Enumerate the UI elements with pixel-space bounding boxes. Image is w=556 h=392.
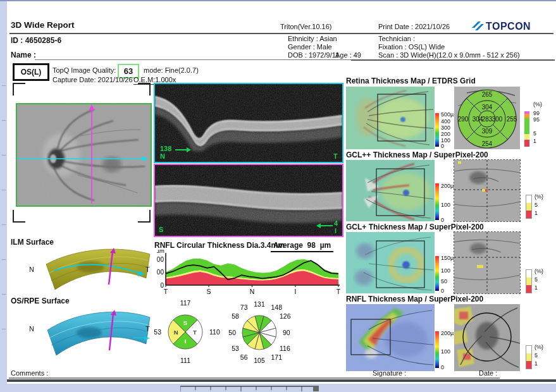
rnfl-legend-5: 5 <box>534 352 538 358</box>
topcon-logo-icon <box>469 20 486 32</box>
frame-corner <box>13 210 25 223</box>
osrpe-surface-title: OS/RPE Surface <box>11 297 70 305</box>
etdrs-outer-bottom: 254 <box>482 140 493 147</box>
fundus-image[interactable] <box>16 103 152 207</box>
bscan1-arrow-icon <box>175 147 192 153</box>
gclpp-percent-bar <box>526 195 532 219</box>
etdrs-inner-right: 300 <box>492 116 503 123</box>
bscan1-temporal-label: T <box>333 152 338 160</box>
scan-mode: mode: Fine(2.0.7) <box>144 66 199 74</box>
rnfl-thickness-map[interactable] <box>346 304 435 371</box>
bscan1-position-value: 138 <box>160 145 171 152</box>
average-value: 98 <box>307 241 316 250</box>
zoom-ruler[interactable] <box>180 386 323 392</box>
etdrs-grid-panel[interactable]: 265 304 290 304 283 300 255 309 254 <box>454 87 520 149</box>
osrpe-surface-3d[interactable] <box>39 305 156 363</box>
pie-value-label: 73 <box>240 303 248 311</box>
retina-thickness-map[interactable] <box>346 87 435 149</box>
patient-dob: DOB : 1972/9/11 <box>288 51 339 59</box>
bscan1-nasal-label: N <box>160 152 165 160</box>
etdrs-outer-left: 290 <box>458 116 469 123</box>
patient-ethnicity: Ethnicity : Asian <box>288 35 337 42</box>
pie-value-label: 148 <box>271 303 283 311</box>
pie-value-label: 50 <box>228 329 236 336</box>
rnfl-superpixel-map[interactable] <box>454 304 520 371</box>
etdrs-legend-unit: (%) <box>533 101 542 107</box>
ruler-tick <box>2 259 6 260</box>
bscan2-arrow-icon <box>316 223 333 229</box>
rnfl-chart-title: RNFL Circular Thickness Dia.3.4mm <box>154 241 285 250</box>
eye-badge: OS(L) <box>13 63 49 81</box>
pie-value-label: 58 <box>232 312 239 320</box>
gclp-percent-bar <box>526 269 532 293</box>
pie-quadrant-letter: I <box>185 338 187 345</box>
name-underline <box>35 59 351 60</box>
gclp-scale-bar <box>435 256 439 291</box>
report-page: 3D Wide Report Triton(Ver.10.16) Print D… <box>7 1 556 384</box>
ruler-tick <box>2 329 6 329</box>
patient-age: Age : 49 <box>335 51 361 59</box>
etdrs-percent-bar <box>524 111 529 147</box>
page-title: 3D Wide Report <box>11 20 74 30</box>
retina-scale-400: 400 <box>441 118 450 125</box>
etdrs-inner-top: 304 <box>482 104 493 111</box>
rnfl-section-title: RNFL Thickness Map / SuperPixel-200 <box>346 295 483 303</box>
gclpp-superpixel-map[interactable] <box>454 160 520 221</box>
etdrs-outer-top: 265 <box>482 91 493 98</box>
ruler-tick <box>2 120 6 121</box>
rnfl-pie-charts: 117S110T111I53N1311481269011617110556535… <box>152 296 342 372</box>
ruler-tick <box>2 85 6 86</box>
pie-value-label: 171 <box>271 353 283 361</box>
page-bottom-rule <box>7 379 556 382</box>
gclp-scale-100: 100 <box>441 267 450 274</box>
etdrs-legend-1: 1 <box>533 138 536 144</box>
osrpe-temporal-label: T <box>145 325 150 333</box>
gclpp-legend-1: 1 <box>534 210 538 216</box>
retina-section-title: Retina Thickness Map / ETDRS Grid <box>346 77 476 85</box>
gclp-legend-unit: (%) <box>534 268 543 274</box>
gclp-thickness-map[interactable] <box>346 232 435 293</box>
ruler-handle[interactable] <box>313 386 319 391</box>
ilm-nasal-label: N <box>29 266 34 273</box>
rnfl-legend-1: 1 <box>534 360 538 367</box>
x-tick-label: T <box>164 288 168 295</box>
bscan-vertical[interactable]: S 4 I <box>154 164 343 237</box>
bscan-horizontal[interactable]: 138 N T <box>154 83 343 163</box>
gclp-section-title: GCL+ Thickness Map / SuperPixel-200 <box>346 223 484 231</box>
y-tick-label: 200 <box>157 256 164 263</box>
patient-gender: Gender : Male <box>288 43 332 51</box>
topcon-logo: TOPCON <box>469 20 531 33</box>
frame-corner <box>138 83 151 95</box>
pie-value-label: 116 <box>280 345 290 352</box>
gclpp-scale-100: 100 <box>441 202 450 208</box>
gclp-superpixel-map[interactable] <box>454 232 520 293</box>
rnfl-scale-0: 0 <box>441 364 444 371</box>
patient-id: ID : 4650285-6 <box>11 36 61 45</box>
osrpe-nasal-label: N <box>29 325 34 333</box>
gclp-scale-50: 50 <box>441 278 447 285</box>
retina-scale-0: 0 <box>441 143 444 149</box>
ruler-tick <box>2 155 6 156</box>
retina-scale-200: 200 <box>441 131 450 137</box>
etdrs-center: 283 <box>482 116 493 123</box>
gclp-legend-1: 1 <box>534 285 538 291</box>
topcon-logo-text: TOPCON <box>486 21 531 32</box>
etdrs-legend-5: 5 <box>533 130 536 137</box>
ilm-surface-3d[interactable] <box>39 245 156 300</box>
gclpp-section-title: GCL++ Thickness Map / SuperPixel-200 <box>346 150 488 159</box>
bscan2-superior-label: S <box>159 226 163 233</box>
gclpp-scale-bar <box>435 183 439 220</box>
ruler-tick <box>2 224 6 225</box>
pie-value-label: 126 <box>280 312 291 320</box>
comments-underline <box>9 377 500 379</box>
gclpp-thickness-map[interactable] <box>346 160 435 221</box>
average-label: Average <box>273 241 303 250</box>
print-date: Print Date : 2021/10/26 <box>378 23 450 30</box>
patient-name-label: Name : <box>11 51 36 59</box>
etdrs-inner-bottom: 309 <box>482 128 493 135</box>
topq-label: TopQ Image Quality: <box>53 66 116 74</box>
gclpp-legend-5: 5 <box>534 202 538 208</box>
pie-value-label: 56 <box>240 353 248 361</box>
comments-label: Comments : <box>11 369 48 377</box>
x-tick-label: S <box>206 288 211 295</box>
